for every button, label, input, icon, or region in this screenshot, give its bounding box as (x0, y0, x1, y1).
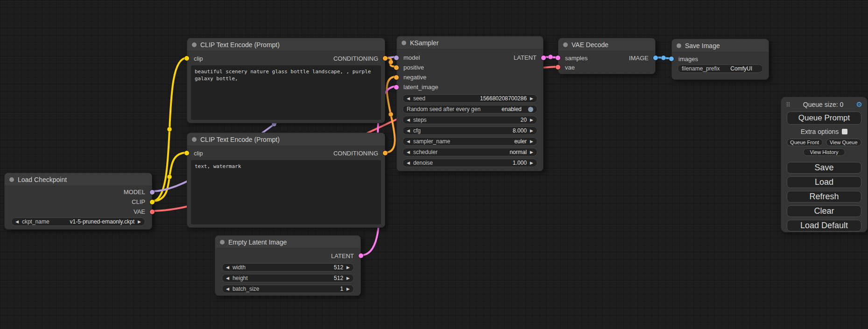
queue-front-button[interactable]: Queue Front (787, 139, 823, 146)
decrement-arrow-icon[interactable]: ◀ (407, 161, 410, 165)
increment-arrow-icon[interactable]: ▶ (530, 129, 533, 133)
decrement-arrow-icon[interactable]: ◀ (226, 266, 229, 270)
empty-latent-image-node[interactable]: Empty Latent Image LATENT ◀ width 512 ▶ … (215, 235, 361, 296)
queue-prompt-button[interactable]: Queue Prompt (787, 112, 861, 125)
input-slot-label: negative (397, 74, 426, 81)
slot-row: CLIP (5, 197, 152, 207)
clear-button[interactable]: Clear (787, 205, 861, 217)
random-seed-toggle-widget[interactable]: Random seed after every gen enabled (402, 105, 537, 113)
collapse-dot-icon[interactable] (402, 41, 406, 45)
steps-widget[interactable]: ◀ steps 20 ▶ (402, 116, 537, 124)
slot-row: clip CONDITIONING (187, 148, 385, 158)
widget-value: ComfyUI (730, 65, 759, 72)
slot-row: latent_image (397, 82, 543, 92)
batch-size-widget[interactable]: ◀ batch_size 1 ▶ (222, 285, 354, 293)
increment-arrow-icon[interactable]: ▶ (346, 266, 350, 270)
drag-handle-icon[interactable]: ⠿ (786, 101, 790, 108)
refresh-button[interactable]: Refresh (787, 191, 861, 203)
save-image-node[interactable]: Save Image images filename_prefix ComfyU… (671, 39, 769, 80)
height-widget[interactable]: ◀ height 512 ▶ (222, 274, 354, 282)
collapse-dot-icon[interactable] (9, 177, 14, 182)
decrement-arrow-icon[interactable]: ◀ (15, 220, 19, 224)
decrement-arrow-icon[interactable]: ◀ (407, 97, 410, 101)
node-title-bar[interactable]: Empty Latent Image (215, 236, 360, 249)
increment-arrow-icon[interactable]: ▶ (530, 118, 533, 122)
latent-output-slot[interactable] (541, 56, 546, 60)
increment-arrow-icon[interactable]: ▶ (346, 276, 350, 280)
toggle-knob-icon[interactable] (528, 107, 533, 112)
seed-widget[interactable]: ◀ seed 156680208700286 ▶ (402, 94, 537, 103)
node-title: CLIP Text Encode (Prompt) (200, 41, 280, 49)
ckpt-name-widget[interactable]: ◀ ckpt_name v1-5-pruned-emaonly.ckpt ▶ (11, 217, 145, 226)
extra-options-checkbox[interactable] (842, 129, 847, 134)
increment-arrow-icon[interactable]: ▶ (530, 97, 533, 101)
denoise-widget[interactable]: ◀ denoise 1.000 ▶ (402, 159, 537, 167)
widget-value: 8.000 (513, 127, 527, 134)
clip-text-encode-positive-node[interactable]: CLIP Text Encode (Prompt) clip CONDITION… (187, 38, 385, 123)
node-title-bar[interactable]: Save Image (672, 39, 769, 52)
prompt-textarea[interactable]: text, watermark (191, 160, 381, 224)
output-slot-label: LATENT (331, 252, 360, 259)
latent-image-input-slot[interactable] (394, 85, 399, 90)
increment-arrow-icon[interactable]: ▶ (138, 220, 141, 224)
node-title-bar[interactable]: KSampler (397, 36, 543, 49)
node-title-bar[interactable]: CLIP Text Encode (Prompt) (187, 38, 385, 51)
load-checkpoint-node[interactable]: Load Checkpoint MODEL CLIP VAE ◀ ckpt_na… (4, 173, 152, 230)
sampler-name-widget[interactable]: ◀ sampler_name euler ▶ (402, 137, 537, 146)
clip-input-slot[interactable] (184, 56, 189, 61)
collapse-dot-icon[interactable] (563, 42, 568, 47)
output-slot-label: IMAGE (629, 55, 655, 62)
decrement-arrow-icon[interactable]: ◀ (226, 276, 229, 280)
latent-output-slot[interactable] (359, 253, 363, 258)
scheduler-widget[interactable]: ◀ scheduler normal ▶ (402, 148, 537, 156)
conditioning-output-slot[interactable] (383, 56, 388, 61)
clip-output-slot[interactable] (150, 200, 155, 204)
decrement-arrow-icon[interactable]: ◀ (226, 287, 229, 291)
vae-input-slot[interactable] (556, 65, 560, 70)
decrement-arrow-icon[interactable]: ◀ (407, 140, 410, 144)
increment-arrow-icon[interactable]: ▶ (530, 140, 533, 144)
increment-arrow-icon[interactable]: ▶ (530, 161, 533, 165)
model-output-slot[interactable] (150, 190, 155, 195)
collapse-dot-icon[interactable] (220, 240, 225, 245)
slot-row: clip CONDITIONING (187, 53, 385, 63)
node-graph-canvas[interactable]: Load Checkpoint MODEL CLIP VAE ◀ ckpt_na… (0, 0, 868, 329)
node-title-bar[interactable]: Load Checkpoint (5, 173, 152, 186)
view-queue-button[interactable]: View Queue (826, 139, 862, 146)
filename-prefix-widget[interactable]: filename_prefix ComfyUI (677, 64, 763, 73)
decrement-arrow-icon[interactable]: ◀ (407, 150, 410, 154)
node-title-bar[interactable]: VAE Decode (558, 38, 655, 51)
prompt-textarea[interactable]: beautiful scenery nature glass bottle la… (191, 65, 381, 120)
collapse-dot-icon[interactable] (677, 43, 681, 48)
images-input-slot[interactable] (669, 56, 674, 61)
save-button[interactable]: Save (787, 162, 861, 174)
clip-text-encode-negative-node[interactable]: CLIP Text Encode (Prompt) clip CONDITION… (187, 133, 385, 228)
load-default-button[interactable]: Load Default (787, 220, 861, 231)
cfg-widget[interactable]: ◀ cfg 8.000 ▶ (402, 126, 537, 135)
model-input-slot[interactable] (394, 56, 399, 60)
negative-input-slot[interactable] (394, 75, 399, 80)
node-title: Save Image (685, 42, 720, 49)
increment-arrow-icon[interactable]: ▶ (346, 287, 350, 291)
conditioning-output-slot[interactable] (383, 151, 388, 155)
increment-arrow-icon[interactable]: ▶ (530, 150, 533, 154)
control-menu-panel: ⠿ Queue size: 0 ⚙ Queue Prompt Extra opt… (781, 97, 868, 232)
clip-input-slot[interactable] (184, 151, 189, 155)
width-widget[interactable]: ◀ width 512 ▶ (222, 263, 354, 272)
view-history-button[interactable]: View History (803, 148, 845, 156)
collapse-dot-icon[interactable] (192, 137, 197, 142)
settings-gear-icon[interactable]: ⚙ (856, 100, 862, 109)
positive-input-slot[interactable] (394, 65, 399, 70)
ksampler-node[interactable]: KSampler model LATENT positive negative … (396, 36, 543, 171)
vae-decode-node[interactable]: VAE Decode samples IMAGE vae (558, 38, 656, 74)
image-output-slot[interactable] (653, 56, 658, 60)
load-button[interactable]: Load (787, 176, 861, 188)
node-title-bar[interactable]: CLIP Text Encode (Prompt) (187, 133, 385, 146)
decrement-arrow-icon[interactable]: ◀ (407, 118, 410, 122)
samples-input-slot[interactable] (556, 56, 560, 60)
vae-output-slot[interactable] (150, 210, 155, 214)
collapse-dot-icon[interactable] (192, 42, 197, 47)
input-slot-label: model (397, 54, 420, 61)
output-slot-label: CONDITIONING (333, 55, 385, 62)
decrement-arrow-icon[interactable]: ◀ (407, 129, 410, 133)
